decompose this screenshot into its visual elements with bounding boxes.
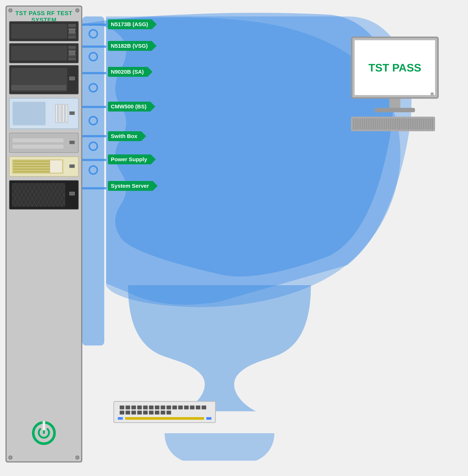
- slot-ps: [9, 157, 79, 177]
- switch-port: [149, 411, 154, 415]
- switch-port: [172, 405, 177, 409]
- label-vsg: N5182B (VSG): [108, 41, 151, 51]
- label-sw: Swith Box: [108, 131, 141, 141]
- slot-asg: [9, 21, 79, 41]
- rj45-bs: [69, 111, 75, 115]
- switch-port: [178, 405, 183, 409]
- switch-port: [137, 411, 142, 415]
- switch-port: [149, 405, 154, 409]
- vsg-inner: [11, 46, 67, 60]
- sw-bar1: [13, 138, 63, 142]
- srv-hex: [12, 183, 65, 207]
- switch-port: [190, 405, 195, 409]
- sa-sub: [11, 85, 66, 90]
- label-sa-text: N9020B (SA): [108, 67, 147, 77]
- monitor: TST PASS: [351, 37, 439, 99]
- slot-bs: [9, 98, 79, 129]
- label-bs-text: CMW500 (BS): [108, 102, 150, 112]
- svg-point-13: [89, 166, 97, 174]
- switch-port: [161, 411, 165, 415]
- vent-line: [68, 35, 76, 39]
- label-bs: CMW500 (BS): [108, 102, 150, 112]
- rack: TST PASS RF TEST SYSTEM: [5, 5, 82, 462]
- rj45-srv: [69, 192, 75, 195]
- label-ps: Power Supply: [108, 155, 151, 164]
- monitor-led: [431, 92, 434, 95]
- switch-port: [166, 411, 171, 415]
- bs-buttons: [55, 104, 68, 123]
- svg-point-11: [89, 117, 97, 125]
- switch-port: [196, 405, 200, 409]
- slot-srv: [9, 180, 79, 209]
- rj45-ps: [69, 164, 75, 168]
- svg-point-8: [89, 30, 97, 38]
- switch-led-left: [118, 417, 123, 420]
- network-switch: [113, 401, 216, 423]
- bs-btn-1: [55, 104, 58, 123]
- bs-btn-4: [66, 104, 68, 123]
- switch-port: [155, 411, 160, 415]
- slot-sw: [9, 133, 79, 153]
- bs-btn-3: [62, 104, 65, 123]
- rj45-vsg: [69, 51, 75, 55]
- switch-led-right: [206, 417, 211, 420]
- switch-port: [143, 411, 148, 415]
- switch-port: [166, 405, 171, 409]
- hex-pattern: [12, 183, 65, 207]
- power-button-area: [7, 421, 81, 445]
- switch-port: [202, 405, 206, 409]
- monitor-base: [375, 108, 415, 112]
- label-vsg-text: N5182B (VSG): [108, 41, 151, 51]
- svg-point-10: [89, 84, 97, 92]
- monitor-stand: [389, 99, 400, 108]
- computer-label: TST PASS: [368, 61, 421, 74]
- bs-btn-2: [59, 104, 61, 123]
- label-asg: N5173B (ASG): [108, 19, 152, 29]
- rj45-asg: [69, 29, 75, 33]
- switch-port: [120, 411, 124, 415]
- rj45-sw: [69, 141, 75, 144]
- slot-sa: [9, 65, 79, 94]
- slot-vsg: [9, 43, 79, 63]
- vent-line: [68, 24, 76, 27]
- keyboard: [351, 117, 435, 131]
- label-srv: System Server: [108, 181, 153, 191]
- label-srv-text: System Server: [108, 181, 153, 191]
- switch-port: [131, 411, 136, 415]
- power-icon: [37, 426, 51, 440]
- vent-line: [68, 46, 76, 49]
- label-asg-text: N5173B (ASG): [108, 19, 152, 29]
- power-button[interactable]: [32, 421, 56, 445]
- sw-bar2: [13, 144, 63, 149]
- switch-port: [184, 405, 189, 409]
- screw-br: [75, 456, 79, 460]
- switch-port: [131, 405, 136, 409]
- switch-port: [125, 411, 130, 415]
- switch-port: [120, 405, 124, 409]
- label-sa: N9020B (SA): [108, 67, 147, 77]
- switch-port: [125, 405, 130, 409]
- svg-point-12: [89, 142, 97, 150]
- switch-bar: [125, 417, 204, 420]
- switch-port: [155, 405, 160, 409]
- switch-port: [143, 405, 148, 409]
- label-sw-text: Swith Box: [108, 131, 141, 141]
- switch-port: [161, 405, 165, 409]
- computer: TST PASS: [351, 37, 439, 131]
- screw-bl: [8, 456, 13, 460]
- vent-line: [68, 58, 76, 60]
- label-ps-text: Power Supply: [108, 155, 151, 164]
- svg-point-9: [89, 53, 97, 61]
- svg-rect-0: [82, 16, 104, 346]
- rj45-sa: [69, 77, 75, 80]
- switch-port: [137, 405, 142, 409]
- ps-label-area: [50, 160, 62, 173]
- switch-ports: [120, 405, 210, 415]
- bs-screen: [13, 102, 45, 125]
- asg-inner: [11, 24, 67, 39]
- monitor-screen: TST PASS: [355, 40, 435, 95]
